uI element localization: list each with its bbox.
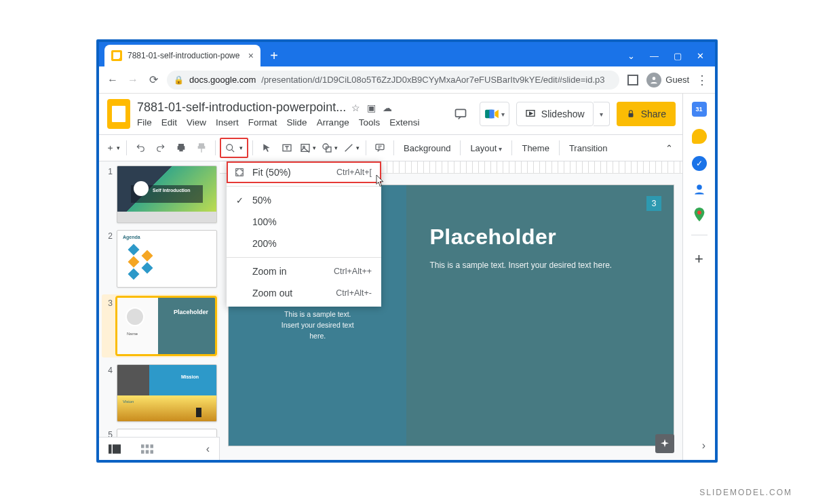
install-app-icon[interactable] xyxy=(626,73,640,87)
add-addon-button[interactable]: + xyxy=(695,250,703,268)
collapse-rail-icon[interactable]: ‹ xyxy=(206,443,210,455)
thumbnail-item[interactable]: 2 Agenda xyxy=(104,230,217,288)
select-tool-button[interactable] xyxy=(257,138,276,157)
zoom-in-item[interactable]: Zoom in Ctrl+Alt++ xyxy=(227,260,381,282)
nav-reload-button[interactable]: ⟳ xyxy=(147,73,160,87)
comment-button[interactable] xyxy=(370,138,389,157)
thumbnail-preview[interactable]: Placeholder Name xyxy=(117,297,216,355)
background-button[interactable]: Background xyxy=(398,143,456,153)
nav-forward-button[interactable]: → xyxy=(126,73,140,87)
thumbnail-item-selected[interactable]: 3 Placeholder Name xyxy=(102,294,218,357)
transition-button[interactable]: Transition xyxy=(564,143,613,153)
slideshow-dropdown[interactable]: ▾ xyxy=(594,102,610,126)
slideshow-button[interactable]: Slideshow xyxy=(516,102,594,126)
window-maximize-icon[interactable]: ▢ xyxy=(674,51,682,61)
thumbnail-rail[interactable]: 1 Self Introduction 2 Agenda xyxy=(99,161,220,437)
new-tab-button[interactable]: + xyxy=(265,46,284,65)
move-icon[interactable]: ▣ xyxy=(367,102,376,113)
thumbnail-number: 3 xyxy=(104,297,113,355)
menu-format[interactable]: Format xyxy=(248,117,277,128)
slides-header: 7881-01-self-introduction-powerpoint... … xyxy=(99,94,682,129)
zoom-out-item[interactable]: Zoom out Ctrl+Alt+- xyxy=(227,282,381,304)
browser-addressbar: ← → ⟳ 🔒 docs.google.com/presentation/d/1… xyxy=(99,66,715,94)
browser-menu-icon[interactable]: ⋮ xyxy=(696,73,708,88)
share-button[interactable]: Share xyxy=(617,102,676,126)
view-switcher: ‹ xyxy=(99,437,219,460)
zoom-level-item[interactable]: ✓ 50% xyxy=(227,189,381,211)
meet-button[interactable]: ▾ xyxy=(480,102,509,126)
thumbnail-number: 2 xyxy=(104,230,113,288)
menu-tools[interactable]: Tools xyxy=(359,117,381,128)
browser-tabbar: 7881-01-self-introduction-powe × + ⌄ — ▢… xyxy=(99,42,715,66)
thumbnail-item[interactable]: 5 xyxy=(104,429,217,437)
zoom-fit-label: Fit (50%) xyxy=(252,167,291,178)
tasks-icon[interactable] xyxy=(692,156,707,171)
window-close-icon[interactable]: ✕ xyxy=(697,51,704,61)
keep-icon[interactable] xyxy=(692,129,707,144)
layout-button[interactable]: Layout xyxy=(465,143,507,153)
zoom-level-item[interactable]: 100% xyxy=(227,211,381,233)
new-slide-button[interactable]: ＋▾ xyxy=(103,138,122,157)
watermark-text: SLIDEMODEL.COM xyxy=(699,488,792,497)
contacts-icon[interactable] xyxy=(693,183,705,195)
menu-extensions[interactable]: Extensi xyxy=(389,117,419,128)
thumbnail-preview[interactable] xyxy=(117,429,217,437)
collapse-toolbar-button[interactable]: ⌃ xyxy=(659,138,678,157)
calendar-icon[interactable] xyxy=(692,102,707,117)
browser-tab[interactable]: 7881-01-self-introduction-powe × xyxy=(104,45,260,66)
menu-insert[interactable]: Insert xyxy=(216,117,239,128)
svg-rect-14 xyxy=(113,444,121,454)
document-title[interactable]: 7881-01-self-introduction-powerpoint... xyxy=(137,100,346,115)
thumbnail-preview[interactable]: Mission Vision xyxy=(117,364,217,422)
menu-arrange[interactable]: Arrange xyxy=(317,117,349,128)
left-subtitle[interactable]: This is a sample text. Insert your desir… xyxy=(282,309,354,341)
zoom-button[interactable]: ▾ xyxy=(220,138,248,158)
slide-title[interactable]: Placeholder xyxy=(429,225,651,250)
paint-format-button[interactable] xyxy=(192,138,211,157)
menu-slide[interactable]: Slide xyxy=(287,117,307,128)
hide-sidepanel-icon[interactable]: › xyxy=(702,440,705,452)
lock-icon: 🔒 xyxy=(174,75,184,85)
window-minimize-icon[interactable]: — xyxy=(650,51,659,61)
svg-rect-3 xyxy=(489,110,494,119)
star-icon[interactable]: ☆ xyxy=(351,102,360,113)
svg-point-0 xyxy=(653,77,656,80)
line-button[interactable]: ▾ xyxy=(341,138,362,157)
theme-button[interactable]: Theme xyxy=(516,143,554,153)
thumbnail-preview[interactable]: Agenda xyxy=(117,230,217,288)
maps-icon[interactable] xyxy=(693,208,705,222)
slideshow-label: Slideshow xyxy=(541,109,585,119)
thumbnail-item[interactable]: 4 Mission Vision xyxy=(104,364,217,422)
svg-rect-11 xyxy=(326,147,331,152)
nav-back-button[interactable]: ← xyxy=(106,73,119,87)
zoom-fit-item[interactable]: Fit (50%) Ctrl+Alt+[ xyxy=(227,161,381,183)
zoom-in-label: Zoom in xyxy=(252,266,287,277)
work-area: 1 Self Introduction 2 Agenda xyxy=(99,161,682,460)
window-controls: ⌄ — ▢ ✕ xyxy=(617,45,715,66)
menu-file[interactable]: File xyxy=(137,117,152,128)
comment-history-icon[interactable] xyxy=(448,102,473,126)
thumbnail-preview[interactable]: Self Introduction xyxy=(117,166,217,223)
slide-subtitle[interactable]: This is a sample text. Insert your desir… xyxy=(429,260,651,270)
textbox-button[interactable] xyxy=(277,138,296,157)
image-button[interactable]: ▾ xyxy=(298,138,318,157)
grid-view-icon[interactable] xyxy=(141,444,153,454)
url-input[interactable]: 🔒 docs.google.com/presentation/d/1D9CiL0… xyxy=(167,71,619,90)
filmstrip-view-icon[interactable] xyxy=(109,444,121,454)
svg-rect-15 xyxy=(141,444,144,448)
redo-button[interactable] xyxy=(151,138,170,157)
undo-button[interactable] xyxy=(131,138,150,157)
explore-button[interactable] xyxy=(655,434,674,453)
shape-button[interactable]: ▾ xyxy=(319,138,340,157)
menu-edit[interactable]: Edit xyxy=(161,117,177,128)
chevron-down-icon[interactable]: ⌄ xyxy=(627,51,635,61)
print-button[interactable] xyxy=(172,138,191,157)
profile-chip[interactable]: Guest xyxy=(646,73,689,88)
tab-close-icon[interactable]: × xyxy=(248,50,254,61)
menu-view[interactable]: View xyxy=(187,117,206,128)
zoom-level-item[interactable]: 200% xyxy=(227,233,381,254)
thumbnail-item[interactable]: 1 Self Introduction xyxy=(104,166,217,223)
zoom-in-shortcut: Ctrl+Alt++ xyxy=(334,267,372,276)
svg-point-6 xyxy=(227,144,233,150)
slides-logo-icon[interactable] xyxy=(107,99,130,129)
